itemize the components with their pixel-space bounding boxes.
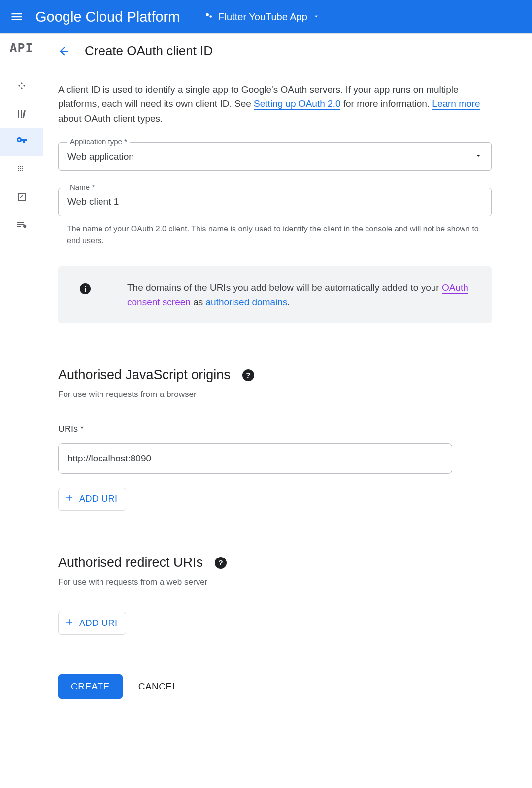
svg-point-0: [206, 13, 209, 16]
js-origins-subtitle: For use with requests from a browser: [58, 390, 518, 399]
nav-settings-icon[interactable]: [0, 211, 43, 238]
js-origin-uri-input[interactable]: [67, 453, 443, 464]
project-bubble-icon: [204, 11, 213, 23]
cancel-button[interactable]: CANCEL: [138, 681, 178, 692]
redirect-uris-head: Authorised redirect URIs ?: [58, 555, 518, 570]
application-type-field: Application type * Web application: [58, 142, 492, 171]
form-actions: CREATE CANCEL: [58, 674, 518, 699]
plus-icon: [65, 493, 74, 505]
svg-point-1: [210, 15, 212, 18]
sidebar: API: [0, 34, 43, 788]
back-arrow-icon[interactable]: [55, 42, 73, 60]
help-icon[interactable]: ?: [215, 557, 227, 569]
name-input[interactable]: [67, 197, 482, 207]
link-learn-more[interactable]: Learn more: [432, 98, 480, 110]
plus-icon: [65, 617, 74, 629]
js-origins-title: Authorised JavaScript origins: [58, 367, 231, 383]
info-panel: i The domains of the URIs you add below …: [58, 266, 492, 323]
application-type-value: Web application: [67, 151, 134, 162]
nav-verification-icon[interactable]: [0, 183, 43, 211]
caret-down-icon: [474, 151, 482, 162]
brand-prefix: Google: [35, 9, 82, 25]
top-header: Google Cloud Platform Flutter YouTube Ap…: [0, 0, 532, 33]
add-uri-label: ADD URI: [79, 618, 118, 628]
project-picker[interactable]: Flutter YouTube App: [204, 11, 320, 23]
intro-part3: about OAuth client types.: [58, 113, 163, 124]
nav-credentials-icon[interactable]: [0, 128, 43, 156]
create-button[interactable]: CREATE: [58, 674, 123, 699]
info-icon: i: [80, 283, 91, 294]
link-authorised-domains[interactable]: authorised domains: [205, 297, 287, 308]
link-setup-oauth[interactable]: Setting up OAuth 2.0: [254, 98, 340, 110]
intro-part2: for more information.: [340, 98, 432, 109]
info-text3: .: [287, 297, 290, 307]
sidebar-api-label: API: [9, 41, 33, 55]
application-type-select[interactable]: Web application: [58, 142, 492, 171]
redirect-uris-title: Authorised redirect URIs: [58, 555, 203, 570]
platform-brand: Google Cloud Platform: [35, 9, 180, 25]
name-label: Name *: [67, 183, 98, 191]
info-text2: as: [191, 297, 206, 307]
page-title: Create OAuth client ID: [85, 43, 213, 59]
nav-dashboard-icon[interactable]: [0, 73, 43, 100]
js-origins-head: Authorised JavaScript origins ?: [58, 367, 518, 383]
help-icon[interactable]: ?: [242, 369, 254, 381]
name-helper-text: The name of your OAuth 2.0 client. This …: [58, 223, 482, 247]
application-type-label: Application type *: [67, 137, 130, 146]
page-head: Create OAuth client ID: [43, 34, 532, 68]
project-name: Flutter YouTube App: [218, 11, 307, 23]
info-text1: The domains of the URIs you add below wi…: [127, 282, 442, 293]
name-field: Name *: [58, 188, 492, 216]
add-uri-label: ADD URI: [79, 494, 118, 504]
brand-suffix: Cloud Platform: [86, 9, 180, 25]
chevron-down-icon: [312, 11, 320, 23]
hamburger-menu-icon[interactable]: [8, 8, 26, 26]
nav-consent-icon[interactable]: [0, 156, 43, 183]
add-redirect-uri-button[interactable]: ADD URI: [58, 612, 126, 635]
nav-library-icon[interactable]: [0, 100, 43, 128]
add-js-origin-uri-button[interactable]: ADD URI: [58, 488, 126, 511]
intro-text: A client ID is used to identify a single…: [58, 82, 482, 126]
uris-label: URIs *: [58, 424, 518, 434]
redirect-uris-subtitle: For use with requests from a web server: [58, 577, 518, 587]
